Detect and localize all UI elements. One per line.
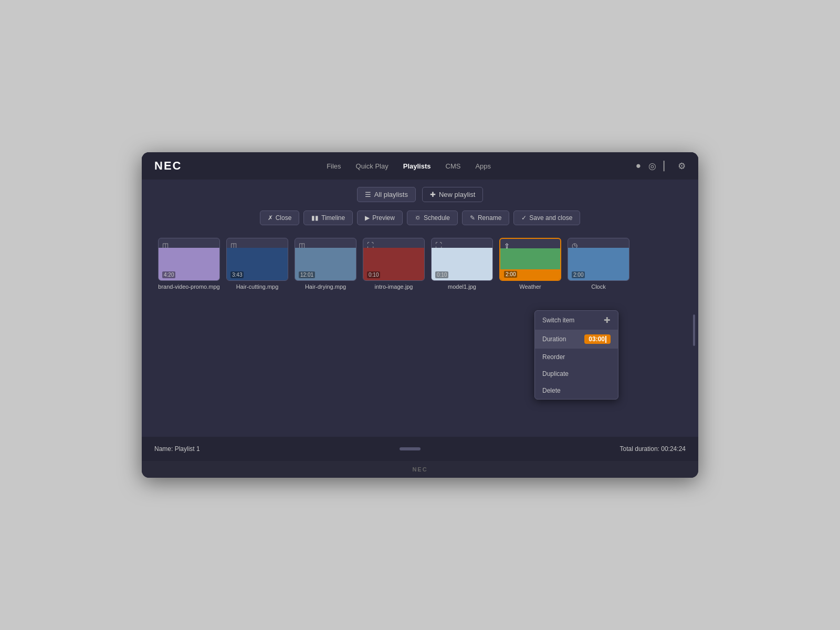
item-duration: 2:00 (504, 271, 517, 278)
play-icon: ▶ (365, 214, 370, 222)
item-thumbnail: ◫ 3:43 (226, 238, 288, 281)
tv-bezel: NEC (142, 461, 698, 478)
duration-seconds: 00 (598, 335, 605, 343)
scroll-handle[interactable] (400, 447, 421, 450)
context-delete[interactable]: Delete (535, 382, 618, 399)
duration-cursor (605, 336, 606, 343)
rename-button[interactable]: ✎ Rename (462, 211, 509, 225)
rename-label: Rename (478, 214, 501, 222)
rename-icon: ✎ (470, 214, 475, 222)
tv-brand-logo: NEC (412, 466, 427, 472)
item-duration: 0:10 (435, 271, 448, 278)
plus-circle-icon: ✚ (604, 316, 611, 325)
bottom-bar: Name: Playlist 1 Total duration: 00:24:2… (142, 437, 698, 461)
duration-text: 03 (589, 335, 595, 343)
close-button[interactable]: ✗ Close (260, 211, 300, 225)
item-label: Hair-cutting.mpg (236, 284, 279, 290)
list-item[interactable]: ⛶ 0:10 model1.jpg (430, 238, 494, 290)
new-playlist-label: New playlist (439, 191, 475, 198)
toolbar: ✗ Close ▮▮ Timeline ▶ Preview ⛭ Schedule… (142, 207, 698, 233)
tv-screen: NEC Files Quick Play Playlists CMS Apps … (142, 152, 698, 461)
switch-item-label: Switch item (542, 317, 574, 324)
nav-playlists[interactable]: Playlists (403, 162, 431, 170)
item-thumbnail: ⛶ 0:10 (431, 238, 493, 281)
schedule-button[interactable]: ⛭ Schedule (407, 211, 458, 225)
item-duration: 12:01 (299, 271, 315, 278)
plus-icon: ✚ (430, 191, 436, 198)
item-thumbnail: ◫ 4:20 (158, 238, 220, 281)
item-thumbnail: ◫ 12:01 (295, 238, 356, 281)
list-item[interactable]: ◷ 2:00 Clock (567, 238, 630, 290)
playlist-name: Name: Playlist 1 (154, 445, 200, 453)
playlist-items: ◫ 4:20 brand-video-promo.mpg ◫ 3:43 Hair… (158, 233, 682, 295)
list-icon: ☰ (365, 191, 371, 198)
nav-cms[interactable]: CMS (446, 162, 461, 170)
content-area: ◫ 4:20 brand-video-promo.mpg ◫ 3:43 Hair… (142, 233, 698, 437)
timeline-label: Timeline (321, 214, 345, 222)
item-label: Weather (519, 284, 541, 290)
app-logo: NEC (154, 159, 182, 173)
save-close-button[interactable]: ✓ Save and close (513, 211, 580, 225)
new-playlist-button[interactable]: ✚ New playlist (422, 187, 483, 202)
nav-icons: ● ◎ ▏ ⚙ (636, 161, 686, 172)
list-item[interactable]: ◫ 12:01 Hair-drying.mpg (294, 238, 357, 290)
item-duration: 0:10 (367, 271, 380, 278)
user-icon[interactable]: ● (636, 161, 641, 171)
scrollbar (693, 314, 695, 346)
page-header: ☰ All playlists ✚ New playlist (142, 180, 698, 207)
tv-display: NEC Files Quick Play Playlists CMS Apps … (142, 152, 698, 478)
nav-links: Files Quick Play Playlists CMS Apps (327, 162, 491, 170)
timeline-icon: ▮▮ (311, 214, 319, 222)
nav-apps[interactable]: Apps (475, 162, 491, 170)
save-close-label: Save and close (529, 214, 572, 222)
nav-quickplay[interactable]: Quick Play (356, 162, 388, 170)
close-icon: ✗ (268, 214, 273, 222)
list-item[interactable]: ◫ 3:43 Hair-cutting.mpg (226, 238, 289, 290)
duplicate-label: Duplicate (542, 370, 569, 377)
save-icon: ✓ (521, 214, 527, 222)
item-thumbnail: ⛶ 0:10 (363, 238, 425, 281)
list-item[interactable]: ◫ 4:20 brand-video-promo.mpg (158, 238, 220, 290)
item-label: intro-image.jpg (375, 284, 413, 290)
list-item[interactable]: ⛶ 0:10 intro-image.jpg (362, 238, 425, 290)
all-playlists-label: All playlists (374, 191, 408, 198)
item-label: brand-video-promo.mpg (158, 284, 219, 290)
item-label: model1.jpg (448, 284, 476, 290)
total-duration: Total duration: 00:24:24 (620, 445, 686, 453)
delete-label: Delete (542, 387, 561, 394)
wifi-icon[interactable]: ▏ (664, 161, 670, 172)
preview-label: Preview (372, 214, 395, 222)
timeline-button[interactable]: ▮▮ Timeline (303, 211, 353, 225)
item-thumbnail: ◷ 2:00 (568, 238, 629, 281)
item-thumbnail-selected: ⇧ 2:00 (499, 238, 561, 281)
schedule-icon: ⛭ (415, 214, 421, 222)
schedule-label: Schedule (424, 214, 450, 222)
context-duration[interactable]: Duration 03:00 (535, 330, 618, 349)
context-reorder[interactable]: Reorder (535, 349, 618, 365)
duration-label: Duration (542, 335, 566, 343)
item-duration: 3:43 (230, 271, 244, 278)
item-duration: 4:20 (162, 271, 175, 278)
list-item[interactable]: ⇧ 2:00 Weather (499, 238, 562, 290)
item-label: Hair-drying.mpg (305, 284, 346, 290)
nav-files[interactable]: Files (327, 162, 341, 170)
settings-icon[interactable]: ⚙ (678, 161, 686, 172)
close-label: Close (276, 214, 292, 222)
top-nav: NEC Files Quick Play Playlists CMS Apps … (142, 152, 698, 180)
context-menu: Switch item ✚ Duration 03:00 Reorder Dup… (534, 310, 618, 400)
context-switch-item[interactable]: Switch item ✚ (535, 311, 618, 330)
globe-icon[interactable]: ◎ (648, 161, 656, 172)
context-duplicate[interactable]: Duplicate (535, 365, 618, 382)
item-label: Clock (591, 284, 606, 290)
all-playlists-button[interactable]: ☰ All playlists (357, 187, 416, 202)
item-duration: 2:00 (572, 271, 585, 278)
duration-value[interactable]: 03:00 (584, 334, 611, 344)
preview-button[interactable]: ▶ Preview (357, 211, 403, 225)
reorder-label: Reorder (542, 353, 565, 361)
